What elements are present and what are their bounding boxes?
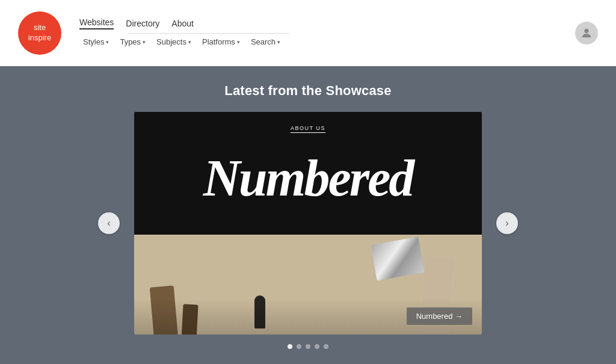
carousel-dot-4[interactable] (315, 344, 319, 349)
nav-search-label: Search (251, 37, 276, 46)
types-caret-icon: ▾ (143, 39, 146, 45)
nav-types-label: Types (120, 37, 141, 46)
carousel-slide: ABOUT US Numbered Numbered → (134, 112, 482, 335)
logo[interactable]: siteinspire (18, 11, 61, 55)
slide-caption[interactable]: Numbered → (407, 307, 472, 325)
carousel-next-button[interactable]: › (496, 212, 518, 234)
foil-decoration (371, 236, 424, 280)
slide-top: ABOUT US Numbered (134, 112, 482, 235)
carousel-wrapper: ABOUT US Numbered Numbered → (134, 112, 482, 335)
carousel-dots (288, 344, 328, 349)
showcase-section: Latest from the Showcase ‹ ABOUT US Numb… (0, 66, 616, 364)
search-caret-icon: ▾ (277, 39, 280, 45)
nav-styles-label: Styles (83, 37, 104, 46)
slide-about-label: ABOUT US (291, 125, 325, 133)
svg-point-0 (584, 28, 588, 32)
nav-primary: Websites Directory About (79, 17, 284, 29)
navigation: Websites Directory About Styles ▾ Types … (79, 17, 284, 48)
header: siteinspire Websites Directory About Sty… (0, 0, 616, 66)
subjects-caret-icon: ▾ (188, 39, 191, 45)
nav-search-btn[interactable]: Search ▾ (247, 35, 284, 48)
nav-secondary: Styles ▾ Types ▾ Subjects ▾ Platforms ▾ … (79, 35, 284, 48)
showcase-title: Latest from the Showcase (224, 83, 391, 99)
nav-platforms-btn[interactable]: Platforms ▾ (199, 35, 244, 48)
nav-about[interactable]: About (171, 19, 194, 28)
nav-subjects-label: Subjects (156, 37, 186, 46)
carousel-dot-5[interactable] (324, 344, 328, 349)
user-icon (580, 26, 593, 40)
carousel-dot-3[interactable] (306, 344, 310, 349)
carousel-dot-1[interactable] (288, 344, 292, 349)
nav-types-btn[interactable]: Types ▾ (116, 35, 149, 48)
nav-directory[interactable]: Directory (126, 19, 159, 28)
carousel-prev-button[interactable]: ‹ (98, 212, 120, 234)
nav-websites[interactable]: Websites (79, 17, 114, 29)
nav-divider (128, 33, 290, 34)
slide-big-text: Numbered (203, 152, 413, 204)
carousel-dot-2[interactable] (297, 344, 301, 349)
styles-caret-icon: ▾ (106, 39, 109, 45)
nav-platforms-label: Platforms (202, 37, 235, 46)
logo-text: siteinspire (28, 23, 51, 43)
nav-subjects-btn[interactable]: Subjects ▾ (153, 35, 195, 48)
nav-styles-btn[interactable]: Styles ▾ (79, 35, 112, 48)
carousel-container: ‹ ABOUT US Numbered Numbered → › (134, 112, 482, 335)
platforms-caret-icon: ▾ (237, 39, 240, 45)
user-avatar[interactable] (575, 22, 598, 45)
